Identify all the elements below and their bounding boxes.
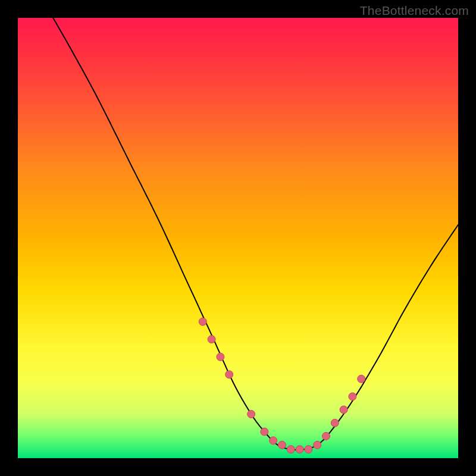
marker-point — [349, 393, 356, 400]
marker-point — [248, 411, 255, 418]
marker-point — [278, 441, 286, 449]
marker-point — [217, 353, 224, 361]
marker-point — [226, 371, 233, 378]
marker-point — [331, 419, 339, 427]
marker-point — [322, 433, 330, 440]
chart-frame: TheBottleneck.com — [0, 0, 476, 476]
marker-point — [261, 428, 268, 436]
marker-point — [314, 441, 321, 449]
marker-point — [270, 437, 277, 444]
marker-point — [296, 446, 303, 453]
highlight-markers — [199, 318, 365, 453]
watermark-text: TheBottleneck.com — [360, 4, 469, 18]
bottleneck-curve — [53, 18, 458, 450]
marker-point — [208, 336, 215, 343]
marker-point — [340, 406, 347, 414]
marker-point — [358, 375, 365, 383]
marker-point — [305, 446, 312, 453]
marker-point — [199, 318, 206, 325]
plot-area — [18, 18, 458, 458]
curve-layer — [18, 18, 458, 458]
marker-point — [287, 446, 295, 453]
